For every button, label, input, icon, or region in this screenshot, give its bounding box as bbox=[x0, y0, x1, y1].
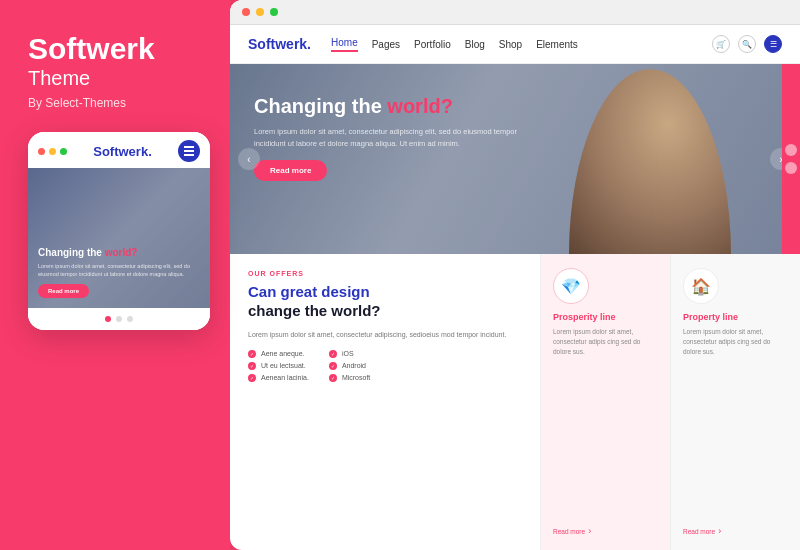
nav-links: Home Pages Portfolio Blog Shop Elements bbox=[331, 37, 712, 52]
brand-subtitle: Theme bbox=[28, 67, 206, 90]
hero-arrow-left[interactable]: ‹ bbox=[238, 148, 260, 170]
property-card-body: Lorem ipsum dolor sit amet, consectetur … bbox=[683, 327, 788, 520]
cart-icon[interactable]: 🛒 bbox=[712, 35, 730, 53]
site-logo: Softwerk. bbox=[248, 36, 311, 52]
hero-section: ‹ › Changing the world? Lorem ipsum dolo… bbox=[230, 64, 800, 254]
mobile-top-bar: Softwerk. bbox=[28, 132, 210, 168]
left-panel: Softwerk Theme By Select-Themes Softwerk… bbox=[0, 0, 230, 550]
property-card: 🏠 Property line Lorem ipsum dolor sit am… bbox=[670, 254, 800, 550]
nav-link-home[interactable]: Home bbox=[331, 37, 358, 52]
check-icon: ✓ bbox=[248, 350, 256, 358]
feature-item: ✓ Android bbox=[329, 362, 370, 370]
hero-read-more-button[interactable]: Read more bbox=[254, 160, 327, 181]
property-icon: 🏠 bbox=[683, 268, 719, 304]
section-heading: Can great design change the world? bbox=[248, 283, 522, 321]
hero-content: Changing the world? Lorem ipsum dolor si… bbox=[230, 64, 572, 201]
nav-link-shop[interactable]: Shop bbox=[499, 39, 522, 50]
nav-icons: 🛒 🔍 ☰ bbox=[712, 35, 782, 53]
feature-item: ✓ Aene aneque. bbox=[248, 350, 309, 358]
brand-title: Softwerk bbox=[28, 32, 206, 65]
property-read-more[interactable]: Read more bbox=[683, 526, 788, 536]
feature-col-2: ✓ iOS ✓ Android ✓ Microsoft bbox=[329, 350, 370, 382]
slide-dot-1[interactable] bbox=[105, 316, 111, 322]
prosperity-icon: 💎 bbox=[553, 268, 589, 304]
mobile-read-more-button[interactable]: Read more bbox=[38, 284, 89, 298]
slide-dot-3[interactable] bbox=[127, 316, 133, 322]
nav-link-blog[interactable]: Blog bbox=[465, 39, 485, 50]
menu-line bbox=[184, 154, 194, 156]
check-icon: ✓ bbox=[329, 374, 337, 382]
mobile-dot-green bbox=[60, 148, 67, 155]
feature-col-1: ✓ Aene aneque. ✓ Ut eu lectsuat. ✓ Aenea… bbox=[248, 350, 309, 382]
mobile-logo: Softwerk. bbox=[93, 144, 152, 159]
feature-item: ✓ Microsoft bbox=[329, 374, 370, 382]
prosperity-card: 💎 Prosperity line Lorem ipsum dolor sit … bbox=[540, 254, 670, 550]
site-navigation: Softwerk. Home Pages Portfolio Blog Shop… bbox=[230, 25, 800, 64]
mobile-hero: Changing the world? Lorem ipsum dolor si… bbox=[28, 168, 210, 308]
browser-dot-green bbox=[270, 8, 278, 16]
by-line: By Select-Themes bbox=[28, 96, 206, 110]
feature-item: ✓ Ut eu lectsuat. bbox=[248, 362, 309, 370]
feature-list: ✓ Aene aneque. ✓ Ut eu lectsuat. ✓ Aenea… bbox=[248, 350, 522, 382]
cards-section: 💎 Prosperity line Lorem ipsum dolor sit … bbox=[540, 254, 800, 550]
hero-body: Lorem ipsum dolor sit amet, consectetur … bbox=[254, 126, 548, 150]
check-icon: ✓ bbox=[248, 362, 256, 370]
prosperity-read-more[interactable]: Read more bbox=[553, 526, 658, 536]
prosperity-card-body: Lorem ipsum dolor sit amet, consectetur … bbox=[553, 327, 658, 520]
desktop-preview-panel: Softwerk. Home Pages Portfolio Blog Shop… bbox=[230, 0, 800, 550]
browser-chrome bbox=[230, 0, 800, 25]
mobile-dot-yellow bbox=[49, 148, 56, 155]
feature-item: ✓ Aenean lacinia. bbox=[248, 374, 309, 382]
hero-strip-right bbox=[782, 64, 800, 254]
mobile-hero-title: Changing the world? bbox=[38, 246, 200, 259]
slide-dot-2[interactable] bbox=[116, 316, 122, 322]
browser-dot-red bbox=[242, 8, 250, 16]
strip-icon-2 bbox=[785, 162, 797, 174]
nav-link-portfolio[interactable]: Portfolio bbox=[414, 39, 451, 50]
menu-line bbox=[184, 146, 194, 148]
content-section: OUR OFFERS Can great design change the w… bbox=[230, 254, 800, 550]
feature-item: ✓ iOS bbox=[329, 350, 370, 358]
hero-title: Changing the world? bbox=[254, 94, 548, 118]
cards-row-top: 💎 Prosperity line Lorem ipsum dolor sit … bbox=[540, 254, 800, 550]
section-body: Lorem ipsum dolor sit amet, consectetur … bbox=[248, 329, 522, 340]
browser-dot-yellow bbox=[256, 8, 264, 16]
check-icon: ✓ bbox=[329, 362, 337, 370]
prosperity-card-title: Prosperity line bbox=[553, 312, 658, 322]
strip-icon-1 bbox=[785, 144, 797, 156]
mobile-mockup: Softwerk. Changing the world? Lorem ipsu… bbox=[28, 132, 210, 330]
offers-section: OUR OFFERS Can great design change the w… bbox=[230, 254, 540, 550]
check-icon: ✓ bbox=[248, 374, 256, 382]
menu-icon[interactable]: ☰ bbox=[764, 35, 782, 53]
mobile-footer bbox=[28, 308, 210, 330]
mobile-hero-body: Lorem ipsum dolor sit amet, consectetur … bbox=[38, 262, 200, 279]
nav-link-elements[interactable]: Elements bbox=[536, 39, 578, 50]
search-icon[interactable]: 🔍 bbox=[738, 35, 756, 53]
check-icon: ✓ bbox=[329, 350, 337, 358]
nav-link-pages[interactable]: Pages bbox=[372, 39, 400, 50]
mobile-dot-red bbox=[38, 148, 45, 155]
mobile-window-dots bbox=[38, 148, 67, 155]
section-tag: OUR OFFERS bbox=[248, 270, 522, 277]
mobile-hero-content: Changing the world? Lorem ipsum dolor si… bbox=[38, 246, 200, 299]
menu-line bbox=[184, 150, 194, 152]
mobile-menu-icon[interactable] bbox=[178, 140, 200, 162]
property-card-title: Property line bbox=[683, 312, 788, 322]
